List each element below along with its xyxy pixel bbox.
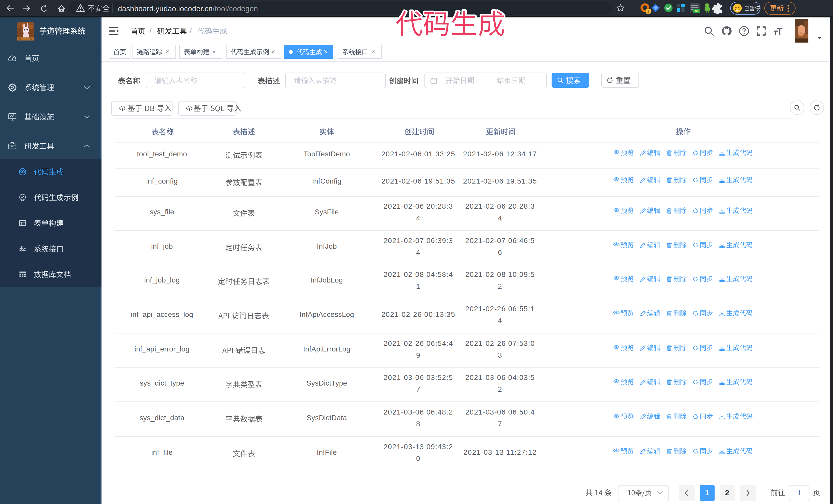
svg-text:on: on (695, 9, 699, 13)
svg-text:1: 1 (647, 9, 649, 13)
